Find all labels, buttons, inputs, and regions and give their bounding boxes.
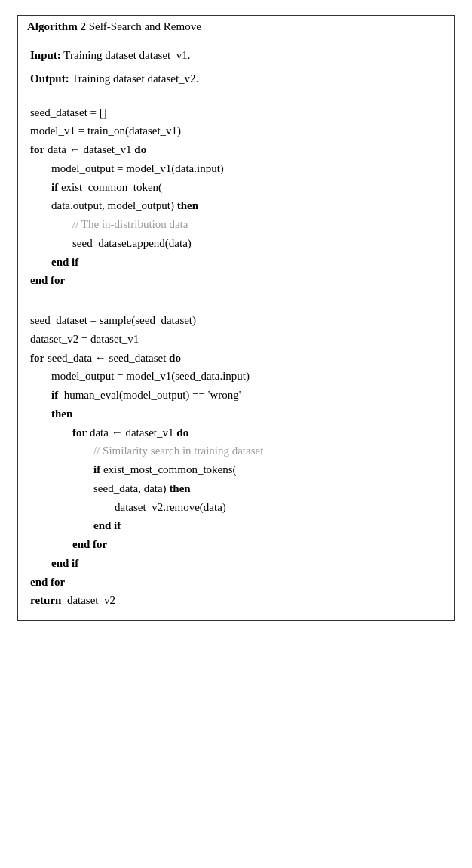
kw-for: for [30,143,44,155]
code-line-endfor3: end for [30,535,442,554]
kw-endif3: end if [93,519,121,531]
kw-then3: then [169,482,190,494]
code-text: data ← dataset_v1 [87,426,176,439]
code-line-if3: if exist_most_common_tokens( [30,460,442,479]
kw-endfor: end for [30,274,65,286]
code-text: dataset_v2.remove(data) [115,501,226,513]
code-line-if1: if exist_common_token( [30,178,442,197]
code-line-remove: dataset_v2.remove(data) [30,498,442,517]
code-text: seed_data, data) [93,482,169,494]
code-line-endif1: end if [30,253,442,272]
kw-endfor3: end for [72,538,107,550]
code-line-endif2: end if [30,554,442,573]
code-text: seed_data ← seed_dataset [44,352,169,364]
code-text: exist_most_common_tokens( [100,463,236,476]
code-line-seed-sample: seed_dataset = sample(seed_dataset) [30,311,442,330]
kw-for3: for [72,426,87,439]
kw-do2: do [169,352,181,364]
algorithm-header: Algorithm 2 Self-Search and Remove [18,16,454,38]
code-line-for1: for data ← dataset_v1 do [30,140,442,159]
kw-do3: do [176,426,188,439]
algorithm-box: Algorithm 2 Self-Search and Remove Input… [17,15,455,621]
kw-endif2: end if [51,557,78,569]
algorithm-title: Self-Search and Remove [89,20,201,32]
kw-if: if [51,181,58,193]
code-line-if2: if human_eval(model_output) == 'wrong' [30,386,442,405]
code-line-for2: for seed_data ← seed_dataset do [30,349,442,368]
kw-for2: for [30,352,44,364]
code-text: human_eval(model_output) == 'wrong' [58,389,241,401]
code-line-seed-init: seed_dataset = [] [30,103,442,122]
code-line-if1-cont: data.output, model_output) then [30,196,442,215]
code-text: seed_dataset.append(data) [72,237,192,249]
kw-return: return [30,594,61,606]
code-comment: // The in-distribution data [72,218,188,230]
code-line-comment2: // Similarity search in training dataset [30,442,442,460]
input-label: Input: [30,49,61,61]
kw-endfor2: end for [30,576,65,588]
code-text: model_v1 = train_on(dataset_v1) [30,125,181,137]
code-text: data.output, model_output) [51,199,177,211]
kw-if3: if [93,463,100,476]
code-line-model-output2: model_output = model_v1(seed_data.input) [30,367,442,386]
code-line-dataset-v2: dataset_v2 = dataset_v1 [30,330,442,349]
code-text: exist_common_token( [58,181,162,193]
kw-then: then [177,199,198,211]
input-line: Input: Training dataset dataset_v1. [30,46,442,65]
code-text: model_output = model_v1(seed_data.input) [51,370,250,382]
output-line: Output: Training dataset dataset_v2. [30,69,442,88]
code-text: data ← dataset_v1 [44,143,134,155]
code-line-endif3: end if [30,516,442,535]
code-line-if3-cont: seed_data, data) then [30,479,442,498]
kw-then2: then [51,408,72,420]
code-line-model-output1: model_output = model_v1(data.input) [30,159,442,178]
code-line-endfor1: end for [30,271,442,290]
code-line-return: return dataset_v2 [30,591,442,610]
code-text: dataset_v2 = dataset_v1 [30,333,139,345]
code-comment2: // Similarity search in training dataset [93,445,263,457]
code-line-for3: for data ← dataset_v1 do [30,423,442,442]
code-text: seed_dataset = sample(seed_dataset) [30,314,196,326]
code-line-model-init: model_v1 = train_on(dataset_v1) [30,122,442,140]
code-text: model_output = model_v1(data.input) [51,162,224,174]
code-line-comment1: // The in-distribution data [30,215,442,234]
algorithm-body: Input: Training dataset dataset_v1. Outp… [18,38,454,620]
code-text: dataset_v2 [61,594,115,606]
kw-do: do [134,143,146,155]
code-line-append: seed_dataset.append(data) [30,234,442,253]
kw-endif: end if [51,256,78,268]
output-label: Output: [30,72,69,85]
input-value: Training dataset dataset_v1. [63,49,190,61]
output-value: Training dataset dataset_v2. [72,72,198,85]
kw-if2: if [51,389,58,401]
code-line-then2: then [30,405,442,423]
algorithm-label: Algorithm 2 [27,20,86,32]
code-line-endfor2: end for [30,573,442,592]
code-text: seed_dataset = [] [30,106,107,119]
